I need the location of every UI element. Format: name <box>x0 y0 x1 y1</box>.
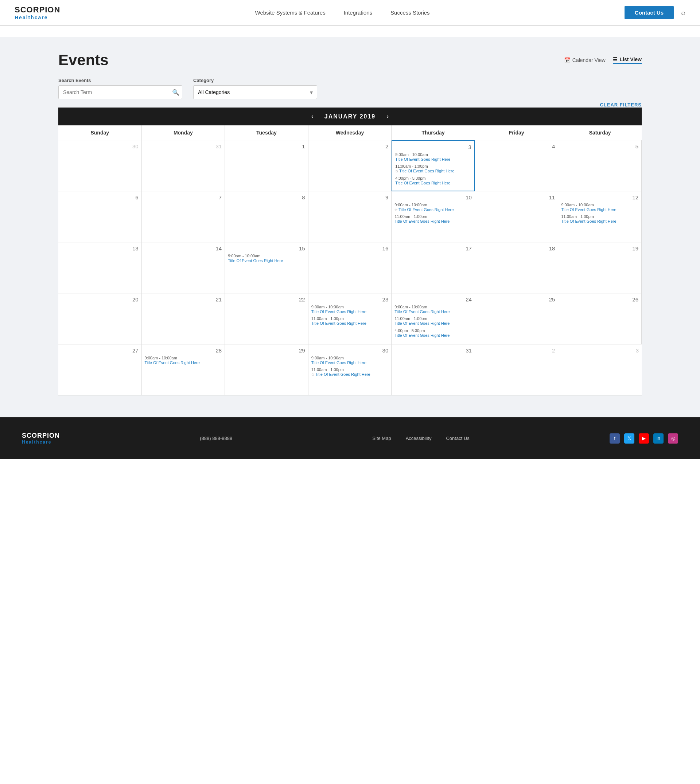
calendar-cell[interactable]: 289:00am - 10:00amTitle Of Event Goes Ri… <box>142 345 225 396</box>
day-number: 25 <box>478 296 555 303</box>
day-number: 16 <box>312 245 388 251</box>
calendar-cell[interactable]: 17 <box>392 242 475 293</box>
calendar-icon: 📅 <box>564 57 570 63</box>
twitter-icon[interactable]: 𝕏 <box>624 433 634 444</box>
calendar-cell[interactable]: 249:00am - 10:00amTitle Of Event Goes Ri… <box>392 293 475 345</box>
calendar-cell[interactable]: 109:00am - 10:00am✩ Title Of Event Goes … <box>392 191 475 242</box>
day-number: 30 <box>61 143 138 150</box>
search-input-wrap: 🔍 <box>58 85 182 99</box>
footer-link-sitemap[interactable]: Site Map <box>372 436 391 441</box>
day-number: 13 <box>61 245 138 251</box>
calendar-cell[interactable]: 11 <box>475 191 558 242</box>
facebook-icon[interactable]: f <box>610 433 620 444</box>
header-divider <box>0 25 700 26</box>
calendar-cell[interactable]: 30 <box>58 140 142 191</box>
footer-links: Site Map Accessibility Contact Us <box>372 436 469 441</box>
prev-month-button[interactable]: ‹ <box>312 113 313 120</box>
event-link[interactable]: ✩ Title Of Event Goes Right Here <box>395 168 472 173</box>
calendar-cell[interactable]: 29 <box>225 345 308 396</box>
calendar-cell[interactable]: 159:00am - 10:00amTitle Of Event Goes Ri… <box>225 242 308 293</box>
calendar-view-toggle[interactable]: 📅 Calendar View <box>564 57 605 63</box>
nav-success-stories[interactable]: Success Stories <box>390 10 430 16</box>
event-link[interactable]: Title Of Event Goes Right Here <box>312 321 388 326</box>
event-link[interactable]: Title Of Event Goes Right Here <box>395 157 472 162</box>
event-link[interactable]: Title Of Event Goes Right Here <box>561 207 638 212</box>
category-label: Category <box>193 78 317 83</box>
event-link[interactable]: Title Of Event Goes Right Here <box>395 321 472 326</box>
calendar-cell[interactable]: 39:00am - 10:00amTitle Of Event Goes Rig… <box>392 140 475 191</box>
day-number: 30 <box>312 347 388 353</box>
footer-logo-healthcare: Healthcare <box>22 439 60 444</box>
calendar-cell[interactable]: 26 <box>558 293 642 345</box>
calendar-cell[interactable]: 19 <box>558 242 642 293</box>
calendar-cell[interactable]: 309:00am - 10:00amTitle Of Event Goes Ri… <box>308 345 392 396</box>
list-view-toggle[interactable]: ☰ List View <box>613 57 642 64</box>
nav-integrations[interactable]: Integrations <box>344 10 372 16</box>
search-icon[interactable]: ⌕ <box>681 8 685 17</box>
event-link[interactable]: Title Of Event Goes Right Here <box>145 360 222 365</box>
event-item: 9:00am - 10:00amTitle Of Event Goes Righ… <box>312 305 388 314</box>
day-number: 15 <box>228 245 305 251</box>
calendar-cell[interactable]: 31 <box>392 345 475 396</box>
linkedin-icon[interactable]: in <box>653 433 663 444</box>
event-link[interactable]: Title Of Event Goes Right Here <box>395 333 472 338</box>
event-time: 4:00pm - 5:30pm <box>395 176 472 180</box>
event-link[interactable]: ✩ Title Of Event Goes Right Here <box>312 372 388 377</box>
event-time: 9:00am - 10:00am <box>145 356 222 360</box>
search-input[interactable] <box>58 85 182 99</box>
day-number: 21 <box>145 296 222 303</box>
event-link[interactable]: Title Of Event Goes Right Here <box>395 309 472 314</box>
event-time: 11:00am - 1:00pm <box>395 316 472 321</box>
event-link[interactable]: Title Of Event Goes Right Here <box>312 309 388 314</box>
event-link[interactable]: Title Of Event Goes Right Here <box>395 180 472 185</box>
next-month-button[interactable]: › <box>387 113 388 120</box>
day-header-friday: Friday <box>475 125 558 140</box>
calendar-cell[interactable]: 14 <box>142 242 225 293</box>
footer-link-accessibility[interactable]: Accessibility <box>406 436 432 441</box>
search-button[interactable]: 🔍 <box>172 89 179 96</box>
calendar-cell[interactable]: 27 <box>58 345 142 396</box>
instagram-icon[interactable]: ◎ <box>668 433 678 444</box>
calendar-cell[interactable]: 16 <box>308 242 392 293</box>
event-item: 9:00am - 10:00am✩ Title Of Event Goes Ri… <box>395 203 472 212</box>
event-time: 11:00am - 1:00pm <box>395 164 472 168</box>
header: SCORPION Healthcare Website Systems & Fe… <box>0 0 700 25</box>
event-link[interactable]: Title Of Event Goes Right Here <box>561 219 638 224</box>
calendar-cell[interactable]: 4 <box>475 140 558 191</box>
calendar-cell[interactable]: 22 <box>225 293 308 345</box>
calendar-cell[interactable]: 5 <box>558 140 642 191</box>
calendar-cell[interactable]: 2 <box>475 345 558 396</box>
footer-link-contact[interactable]: Contact Us <box>446 436 469 441</box>
calendar-cell[interactable]: 9 <box>308 191 392 242</box>
day-number: 14 <box>145 245 222 251</box>
calendar-cell[interactable]: 3 <box>558 345 642 396</box>
day-number: 5 <box>561 143 638 150</box>
calendar-cell[interactable]: 1 <box>225 140 308 191</box>
page-title: Events <box>58 52 108 69</box>
event-link[interactable]: Title Of Event Goes Right Here <box>312 360 388 365</box>
calendar-cell[interactable]: 6 <box>58 191 142 242</box>
filters-row: Search Events 🔍 Category All Categories <box>58 78 642 99</box>
calendar-cell[interactable]: 2 <box>308 140 392 191</box>
nav-website-systems[interactable]: Website Systems & Features <box>255 10 325 16</box>
event-link[interactable]: Title Of Event Goes Right Here <box>395 219 472 224</box>
category-select[interactable]: All Categories <box>193 85 317 99</box>
event-link[interactable]: Title Of Event Goes Right Here <box>228 258 305 263</box>
contact-us-button[interactable]: Contact Us <box>625 6 674 19</box>
calendar-cell[interactable]: 18 <box>475 242 558 293</box>
calendar-cell[interactable]: 31 <box>142 140 225 191</box>
calendar-cell[interactable]: 8 <box>225 191 308 242</box>
calendar-cell[interactable]: 25 <box>475 293 558 345</box>
calendar-cell[interactable]: 239:00am - 10:00amTitle Of Event Goes Ri… <box>308 293 392 345</box>
day-number: 26 <box>561 296 638 303</box>
calendar-cell[interactable]: 20 <box>58 293 142 345</box>
calendar-cell[interactable]: 129:00am - 10:00amTitle Of Event Goes Ri… <box>558 191 642 242</box>
event-link[interactable]: ✩ Title Of Event Goes Right Here <box>395 207 472 212</box>
calendar-view-label: Calendar View <box>572 57 605 63</box>
clear-filters-button[interactable]: CLEAR FILTERS <box>58 102 642 108</box>
calendar-cell[interactable]: 7 <box>142 191 225 242</box>
calendar-cell[interactable]: 21 <box>142 293 225 345</box>
day-number: 2 <box>478 347 555 353</box>
calendar-cell[interactable]: 13 <box>58 242 142 293</box>
youtube-icon[interactable]: ▶ <box>639 433 649 444</box>
